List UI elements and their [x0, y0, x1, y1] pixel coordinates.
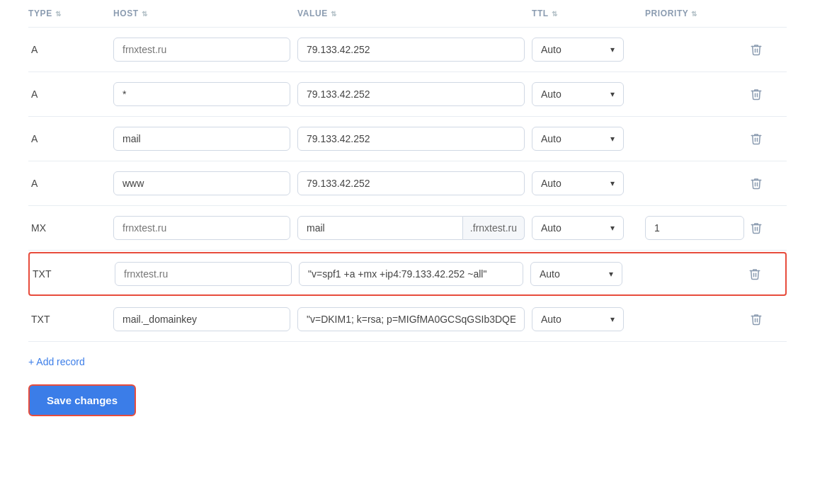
- value-cell-5: [299, 262, 530, 286]
- value-input-2[interactable]: [297, 127, 525, 151]
- value-input-6[interactable]: [297, 307, 525, 331]
- header-type: TYPE ⇅: [28, 8, 113, 18]
- ttl-cell-1[interactable]: Auto▾: [532, 82, 645, 106]
- value-input-1[interactable]: [297, 82, 525, 106]
- trash-icon: [750, 132, 763, 145]
- ttl-value-3: Auto: [541, 178, 562, 189]
- header-priority: PRIORITY ⇅: [645, 8, 744, 18]
- ttl-value-6: Auto: [541, 314, 562, 325]
- ttl-chevron-5: ▾: [609, 269, 613, 279]
- delete-button-3[interactable]: [744, 174, 768, 193]
- ttl-cell-6[interactable]: Auto▾: [532, 307, 645, 331]
- value-sort-icon: ⇅: [331, 10, 337, 18]
- host-input-2[interactable]: [113, 127, 290, 151]
- host-sort-icon: ⇅: [142, 10, 148, 18]
- ttl-cell-3[interactable]: Auto▾: [532, 171, 645, 195]
- host-input-5[interactable]: [115, 262, 292, 286]
- ttl-select-4[interactable]: Auto▾: [532, 216, 624, 240]
- ttl-select-6[interactable]: Auto▾: [532, 307, 624, 331]
- ttl-select-1[interactable]: Auto▾: [532, 82, 624, 106]
- row-type-6: TXT: [28, 314, 113, 325]
- host-input-4[interactable]: [113, 216, 290, 240]
- trash-icon: [750, 313, 763, 326]
- priority-input-4[interactable]: [645, 216, 744, 240]
- ttl-select-3[interactable]: Auto▾: [532, 171, 624, 195]
- ttl-value-1: Auto: [541, 88, 562, 100]
- table-row: TXTAuto▾: [28, 252, 787, 296]
- delete-cell-1: [744, 85, 787, 103]
- table-row: AAuto▾: [28, 117, 787, 161]
- value-cell-4: .frnxtest.ru: [297, 216, 532, 240]
- add-record-container: + Add record: [28, 342, 787, 379]
- ttl-cell-5[interactable]: Auto▾: [530, 262, 644, 286]
- delete-cell-0: [744, 40, 787, 59]
- dns-records-table: TYPE ⇅ HOST ⇅ VALUE ⇅ TTL ⇅ PRIORITY ⇅ A…: [0, 0, 815, 445]
- ttl-chevron-6: ▾: [610, 314, 615, 324]
- ttl-chevron-4: ▾: [610, 223, 615, 233]
- priority-sort-icon: ⇅: [691, 10, 697, 18]
- header-actions: [744, 8, 787, 18]
- page-container: TYPE ⇅ HOST ⇅ VALUE ⇅ TTL ⇅ PRIORITY ⇅ A…: [0, 0, 815, 504]
- trash-icon: [748, 268, 761, 280]
- host-cell-2: [113, 127, 297, 151]
- value-cell-6: [297, 307, 532, 331]
- delete-cell-6: [744, 310, 787, 328]
- delete-button-1[interactable]: [744, 85, 768, 103]
- delete-button-5[interactable]: [743, 265, 767, 283]
- trash-icon: [750, 222, 763, 234]
- ttl-value-4: Auto: [541, 222, 562, 234]
- host-input-0[interactable]: [113, 38, 290, 62]
- delete-button-2[interactable]: [744, 130, 768, 148]
- host-cell-3: [113, 171, 297, 195]
- ttl-select-0[interactable]: Auto▾: [532, 38, 624, 62]
- table-header: TYPE ⇅ HOST ⇅ VALUE ⇅ TTL ⇅ PRIORITY ⇅: [28, 0, 787, 28]
- header-ttl: TTL ⇅: [532, 8, 645, 18]
- delete-cell-3: [744, 174, 787, 193]
- delete-button-0[interactable]: [744, 40, 768, 59]
- delete-cell-5: [743, 265, 785, 283]
- table-row: AAuto▾: [28, 161, 787, 206]
- ttl-cell-0[interactable]: Auto▾: [532, 38, 645, 62]
- value-input-4[interactable]: [297, 216, 463, 240]
- value-cell-0: [297, 38, 532, 62]
- host-cell-4: [113, 216, 297, 240]
- value-cell-2: [297, 127, 532, 151]
- ttl-chevron-0: ▾: [610, 45, 615, 55]
- host-input-6[interactable]: [113, 307, 290, 331]
- ttl-cell-4[interactable]: Auto▾: [532, 216, 645, 240]
- priority-cell-4: [645, 216, 744, 240]
- host-cell-5: [115, 262, 299, 286]
- value-suffix-4: .frnxtest.ru: [463, 216, 525, 240]
- trash-icon: [750, 43, 763, 56]
- host-cell-0: [113, 38, 297, 62]
- ttl-select-2[interactable]: Auto▾: [532, 127, 624, 151]
- value-cell-3: [297, 171, 532, 195]
- ttl-sort-icon: ⇅: [552, 10, 558, 18]
- rows-container: AAuto▾AAuto▾AAuto▾AAuto▾MX.frnxtest.ruAu…: [28, 28, 787, 342]
- delete-button-4[interactable]: [744, 219, 768, 237]
- row-type-3: A: [28, 178, 113, 189]
- header-host: HOST ⇅: [113, 8, 297, 18]
- ttl-cell-2[interactable]: Auto▾: [532, 127, 645, 151]
- trash-icon: [750, 177, 763, 190]
- host-input-3[interactable]: [113, 171, 290, 195]
- row-type-2: A: [28, 133, 113, 144]
- save-changes-button[interactable]: Save changes: [28, 384, 136, 416]
- value-input-0[interactable]: [297, 38, 525, 62]
- add-record-button[interactable]: + Add record: [28, 342, 85, 379]
- ttl-select-5[interactable]: Auto▾: [530, 262, 622, 286]
- table-row: MX.frnxtest.ruAuto▾: [28, 206, 787, 251]
- row-type-5: TXT: [30, 268, 115, 280]
- row-type-0: A: [28, 44, 113, 55]
- ttl-value-0: Auto: [541, 44, 562, 55]
- value-input-3[interactable]: [297, 171, 525, 195]
- table-row: TXTAuto▾: [28, 297, 787, 342]
- host-cell-6: [113, 307, 297, 331]
- trash-icon: [750, 88, 763, 101]
- delete-cell-2: [744, 130, 787, 148]
- host-input-1[interactable]: [113, 82, 290, 106]
- delete-button-6[interactable]: [744, 310, 768, 328]
- ttl-chevron-1: ▾: [610, 89, 615, 99]
- value-input-5[interactable]: [299, 262, 523, 286]
- header-value: VALUE ⇅: [297, 8, 532, 18]
